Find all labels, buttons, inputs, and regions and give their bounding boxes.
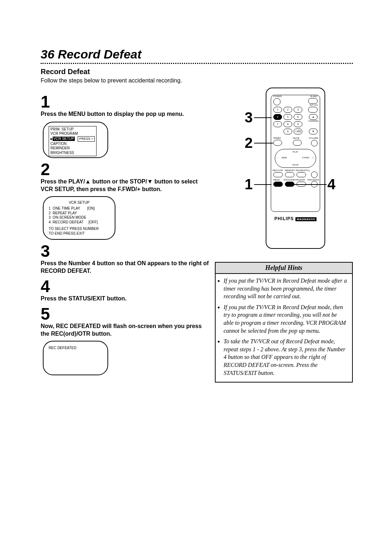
lead-line [293, 184, 327, 185]
step-1-number: 1 [41, 93, 211, 110]
num-9-button[interactable]: 9 [294, 121, 302, 127]
label-reset: CLEAR [297, 179, 305, 181]
tv2-row: 3 ON-SCREEN MODE [49, 215, 110, 220]
label-speed: SPEED [273, 137, 281, 139]
label-minus: – [277, 157, 279, 159]
step-3-text: Press the Number 4 button so that ON app… [41, 259, 211, 275]
press-plus-box: PRESS + [78, 136, 94, 142]
pausestill-button[interactable] [297, 172, 306, 177]
num-6-button[interactable]: 6 [294, 114, 302, 120]
lead-line [254, 143, 273, 143]
num-5-button[interactable]: 5 [283, 114, 292, 120]
tv2-row: 2 REPEAT PLAY [49, 211, 110, 216]
section-heading: Record Defeat [41, 68, 353, 76]
tracking-up-button[interactable] [311, 171, 318, 178]
recotr-button[interactable] [273, 172, 283, 177]
label-ffwd: F.FWD [302, 157, 309, 159]
label-pausestill: PAUSE/STILL [296, 169, 310, 171]
channel-down-button[interactable]: ▼ [309, 129, 318, 134]
step-5-number: 5 [41, 306, 211, 322]
num-7-button[interactable]: 7 [273, 121, 282, 127]
menu-item: PRIM. SETUP [50, 127, 95, 132]
num-8-button[interactable]: 8 [283, 121, 292, 127]
label-power: POWER [273, 95, 282, 97]
remote-brand: PHILIPSMAGNAVOX [266, 216, 324, 221]
tv-screen-vcr-setup: VCR SETUP 1 ONE TIME PLAY [ON] 2 REPEAT … [43, 196, 115, 240]
page-title: 36 Record Defeat [41, 47, 353, 61]
speed-button[interactable] [273, 140, 282, 146]
volume-button[interactable] [311, 140, 318, 146]
tv2-row: 1 ONE TIME PLAY [ON] [49, 206, 110, 211]
brand-magnavox: MAGNAVOX [295, 217, 317, 221]
title-separator [41, 63, 353, 64]
menu-button[interactable] [273, 182, 283, 187]
menu-item: BRIGHTNESS [50, 151, 95, 155]
hint-item: To take the TV/VCR out of Record Defeat … [224, 337, 347, 377]
label-mute: MUTE [293, 137, 299, 139]
label-play: PLAY [293, 151, 298, 153]
step-1-text: Press the MENU button to display the pop… [41, 110, 211, 118]
sleep-button[interactable] [308, 98, 318, 104]
tv2-footer: TO SELECT PRESS NUMBER [49, 227, 110, 231]
helpful-hints-box: Helpful Hints If you put the TV/VCR in R… [215, 262, 353, 383]
mute-button[interactable] [293, 140, 302, 146]
lead-line [254, 117, 271, 118]
menu-item: VCR PROGRAM [50, 132, 95, 136]
altch-button[interactable] [308, 107, 318, 113]
num-4-button[interactable]: 4 [273, 114, 282, 120]
intro-text: Follow the steps below to prevent accide… [41, 77, 353, 84]
label-altch: ALT CH [310, 104, 318, 106]
label-tracking: TRACKING [307, 179, 319, 181]
brand-philips: PHILIPS [274, 216, 294, 221]
step-2-text: Press the PLAY/▲ button or the STOP/▼ bu… [41, 178, 211, 193]
hint-item: If you put the TV/VCR in Record Defeat m… [224, 277, 347, 300]
label-channel: CHANNEL [308, 120, 319, 122]
tv-screen-menu: PRIM. SETUP VCR PROGRAM ▶VCR SETUPPRESS … [43, 122, 108, 158]
tv-screen-rec-defeated: REC DEFEATED [43, 341, 108, 375]
lead-line [254, 184, 271, 185]
step-4-text: Press the STATUS/EXIT button. [41, 295, 211, 303]
label-rew: REW [282, 157, 287, 159]
label-volume: VOLUME [309, 137, 318, 139]
callout-3: 3 [245, 109, 253, 126]
menu-item-selected: VCR SETUP [53, 137, 75, 141]
num-2-button[interactable]: 2 [283, 107, 292, 113]
menu-item: CAPTION [50, 142, 95, 146]
num-1-button[interactable]: 1 [273, 107, 282, 113]
label-statusexit: STATUS/EXIT [283, 179, 298, 181]
step-5-text: Now, REC DEFEATED will flash on-screen w… [41, 322, 211, 338]
tv3-line: REC DEFEATED [49, 346, 102, 351]
label-sleep: SLEEP [310, 95, 318, 97]
label-recotr: REC/OTR [273, 169, 283, 171]
label-plus: + [312, 157, 314, 159]
label-stop: STOP [292, 164, 298, 166]
memory-button[interactable] [285, 172, 294, 177]
label-memory: MEMORY [285, 169, 295, 171]
hint-item: If you put the TV/VCR in Record Defeat m… [224, 303, 347, 335]
callout-2: 2 [245, 135, 253, 151]
tv2-title: VCR SETUP [49, 201, 110, 205]
callout-1: 1 [245, 176, 253, 193]
num-0-button[interactable]: 0 [283, 129, 292, 134]
menu-item: REMINDER [50, 146, 95, 151]
plus100-button[interactable]: +100 [294, 129, 302, 134]
step-2-number: 2 [41, 161, 211, 178]
tv2-footer: TO END PRESS EXIT [49, 231, 110, 236]
callout-4: 4 [327, 176, 335, 193]
num-3-button[interactable]: 3 [294, 107, 302, 113]
channel-up-button[interactable]: ▲ [309, 114, 318, 120]
remote-control-illustration: POWER SLEEP ALT CH 1 2 3 4 5 6 ▲ 7 8 9 C… [266, 88, 325, 249]
step-3-number: 3 [41, 243, 211, 259]
power-button[interactable] [273, 98, 281, 105]
tv2-row: 4 RECORD DEFEAT [OFF] [49, 220, 110, 225]
hints-title: Helpful Hints [216, 263, 352, 274]
step-4-number: 4 [41, 278, 211, 295]
label-menu: MENU [273, 179, 280, 181]
